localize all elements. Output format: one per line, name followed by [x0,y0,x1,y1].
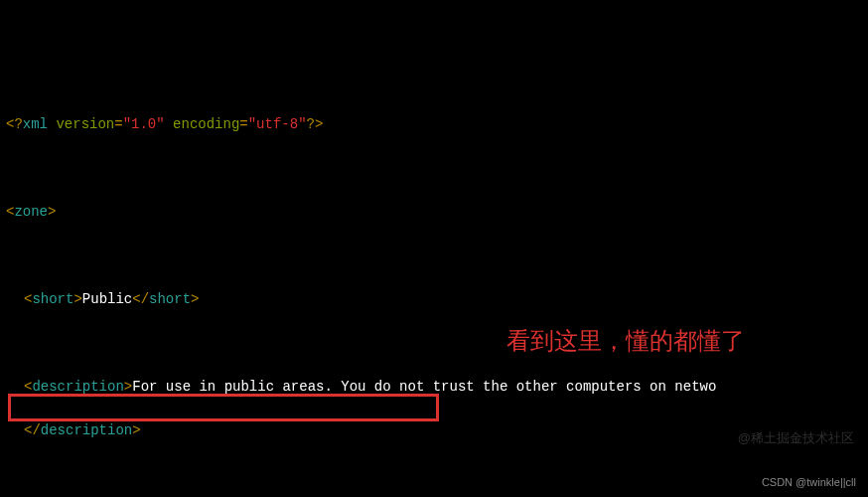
xml-version: 1.0 [131,116,156,132]
short-element: <short>Public</short> [6,288,862,310]
highlight-box [8,394,439,421]
annotation-text: 看到这里，懂的都懂了 [506,330,745,352]
short-text: Public [82,291,132,307]
credit-text: CSDN @twinkle||cll [762,471,856,493]
zone-open: <zone> [6,201,862,223]
description-close: </description> [6,419,862,441]
description-element: <description>For use in public areas. Yo… [6,376,862,398]
xml-encoding: utf-8 [256,116,298,132]
description-text: For use in public areas. You do not trus… [132,379,716,395]
xml-declaration: <?xml version="1.0" encoding="utf-8"?> [6,113,862,135]
watermark-text: @稀土掘金技术社区 [738,427,854,449]
zone-tag: zone [14,204,48,220]
